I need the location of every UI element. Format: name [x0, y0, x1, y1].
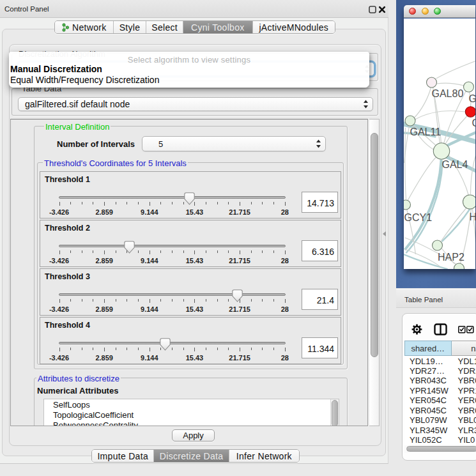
- table-cell[interactable]: YDR2: [452, 366, 476, 376]
- table-row[interactable]: YBR045CYBR0: [404, 406, 476, 415]
- close-icon[interactable]: [378, 5, 387, 14]
- tab-jactivemnodules[interactable]: jActiveMNodules: [253, 21, 335, 33]
- traffic-light-zoom[interactable]: [434, 8, 441, 15]
- table-cell[interactable]: YER0: [452, 395, 476, 405]
- table-row[interactable]: YBL079WYBL0: [404, 415, 476, 425]
- threshold-value-field[interactable]: 14.713: [302, 192, 338, 213]
- network-window-titlebar[interactable]: [404, 5, 475, 18]
- table-cell[interactable]: YER054C: [404, 395, 452, 405]
- network-edge[interactable]: [436, 61, 475, 79]
- threshold-label: Threshold 3: [45, 272, 90, 281]
- threshold-slider-track[interactable]: [59, 342, 286, 344]
- table-cell[interactable]: YPR1: [452, 386, 476, 395]
- table-cell[interactable]: YBR043C: [404, 376, 452, 385]
- threshold-value-field[interactable]: 6.316: [302, 240, 338, 261]
- apply-button[interactable]: Apply: [172, 429, 215, 441]
- table-cell[interactable]: YPR145W: [404, 386, 452, 395]
- traffic-light-close[interactable]: [409, 8, 416, 15]
- algorithm-popup-item-2[interactable]: Equal Width/Frequency Discretization: [10, 75, 159, 85]
- slider-tick: [206, 250, 206, 253]
- network-node-G-node[interactable]: [463, 82, 473, 92]
- threshold-slider-thumb[interactable]: [184, 192, 195, 205]
- table-data-combobox[interactable]: galFiltered.sif default node: [18, 97, 373, 111]
- threshold-value-field[interactable]: 21.4: [302, 289, 338, 310]
- table-cell[interactable]: YLR3: [452, 426, 476, 435]
- table-cell[interactable]: YIL052C: [404, 435, 452, 445]
- threshold-slider-thumb[interactable]: [232, 289, 243, 302]
- table-row[interactable]: YDL19…YDL1: [404, 357, 476, 366]
- network-edge[interactable]: [470, 153, 475, 194]
- network-node-GAL11n[interactable]: [405, 116, 415, 126]
- table-cell[interactable]: YBL079W: [404, 415, 452, 425]
- network-edge[interactable]: [415, 111, 465, 119]
- split-columns-icon[interactable]: [434, 323, 447, 335]
- tab-style[interactable]: Style: [114, 21, 147, 33]
- threshold-slider-track[interactable]: [59, 245, 286, 247]
- algorithm-popup-prompt[interactable]: Select algorithm to view settings: [9, 55, 369, 65]
- network-node-GAL4n[interactable]: [433, 143, 449, 159]
- table-hscrollbar-thumb[interactable]: [406, 446, 476, 452]
- table-row[interactable]: YPR145WYPR1: [404, 386, 476, 395]
- table-row[interactable]: YER054CYER0: [404, 395, 476, 405]
- network-edge[interactable]: [441, 209, 470, 242]
- table-cell[interactable]: YBR0: [452, 376, 476, 385]
- settings-scrollbar-thumb[interactable]: [371, 133, 378, 357]
- network-node-H-node[interactable]: [463, 195, 475, 209]
- table-row[interactable]: YIL052CYIL0: [404, 435, 476, 445]
- network-edge[interactable]: [436, 83, 464, 86]
- table-cell[interactable]: YBL0: [452, 415, 476, 425]
- table-cell[interactable]: YDR27…: [404, 366, 452, 376]
- attributes-list-scrollbar-thumb[interactable]: [332, 400, 338, 426]
- table-row[interactable]: YDR27…YDR2: [404, 366, 476, 376]
- attributes-list[interactable]: SelfLoopsTopologicalCoefficientBetweenne…: [43, 399, 339, 426]
- table-cell[interactable]: YLR345W: [404, 426, 452, 435]
- table-column-header-1[interactable]: shared…: [404, 341, 452, 356]
- attribute-item[interactable]: BetweennessCentrality: [53, 420, 138, 426]
- network-node-red-node[interactable]: [465, 107, 475, 117]
- tab-cyni-toolbox[interactable]: Cyni Toolbox: [183, 21, 253, 33]
- table-column-header-2[interactable]: name: [452, 341, 476, 356]
- network-node-HAP2n[interactable]: [432, 240, 442, 250]
- network-node-GCY1n[interactable]: [404, 200, 411, 210]
- table-row[interactable]: YBR043CYBR0: [404, 376, 476, 385]
- threshold-slider-track[interactable]: [59, 293, 286, 296]
- tab-impute-data[interactable]: Impute Data: [92, 450, 154, 462]
- threshold-slider-track[interactable]: [59, 196, 286, 199]
- table-cell[interactable]: YDL1: [452, 357, 476, 366]
- tab-infer-network[interactable]: Infer Network: [229, 450, 299, 462]
- algorithm-popup-item-1[interactable]: Manual Discretization: [10, 64, 102, 74]
- network-node-bottom-node[interactable]: [454, 263, 464, 269]
- table-cell[interactable]: YIL0: [452, 435, 476, 445]
- slider-tick: [206, 348, 206, 350]
- tab-network[interactable]: Network: [55, 21, 114, 33]
- tab-discretize-data[interactable]: Discretize Data: [154, 450, 229, 462]
- slider-tick: [285, 250, 286, 254]
- attribute-item[interactable]: TopologicalCoefficient: [53, 410, 134, 420]
- float-window-icon[interactable]: [368, 5, 377, 14]
- traffic-light-minimize[interactable]: [422, 8, 429, 15]
- network-edge[interactable]: [404, 128, 406, 199]
- table-cell[interactable]: YDL19…: [404, 357, 452, 366]
- threshold-slider-thumb[interactable]: [160, 338, 171, 351]
- threshold-value-field[interactable]: 11.344: [302, 337, 338, 358]
- attribute-item[interactable]: SelfLoops: [53, 400, 90, 410]
- tab-select[interactable]: Select: [146, 21, 183, 33]
- gear-icon[interactable]: [411, 324, 422, 335]
- slider-tick: [93, 348, 93, 350]
- network-edge[interactable]: [414, 88, 431, 118]
- network-node-GAL80n[interactable]: [426, 77, 436, 88]
- checkbox-pair-icon[interactable]: [458, 326, 474, 334]
- splitter-collapse-icon[interactable]: [383, 231, 386, 236]
- threshold-slider-thumb[interactable]: [124, 241, 135, 254]
- table-cell[interactable]: YBR045C: [404, 406, 452, 415]
- network-edge[interactable]: [408, 157, 436, 200]
- table-panel-title: Table Panel: [404, 296, 443, 303]
- network-canvas[interactable]: GAL80GACGAL11GAL4GCY1HHAP2: [404, 19, 475, 269]
- network-view-window[interactable]: GAL80GACGAL11GAL4GCY1HHAP2: [404, 5, 475, 269]
- attributes-list-scrollbar[interactable]: [330, 399, 339, 426]
- network-edge[interactable]: [441, 208, 466, 241]
- table-cell[interactable]: YBR0: [452, 406, 476, 415]
- table-row[interactable]: YLR345WYLR3: [404, 426, 476, 435]
- network-edge[interactable]: [406, 161, 442, 253]
- number-of-intervals-combobox[interactable]: 5: [142, 136, 326, 151]
